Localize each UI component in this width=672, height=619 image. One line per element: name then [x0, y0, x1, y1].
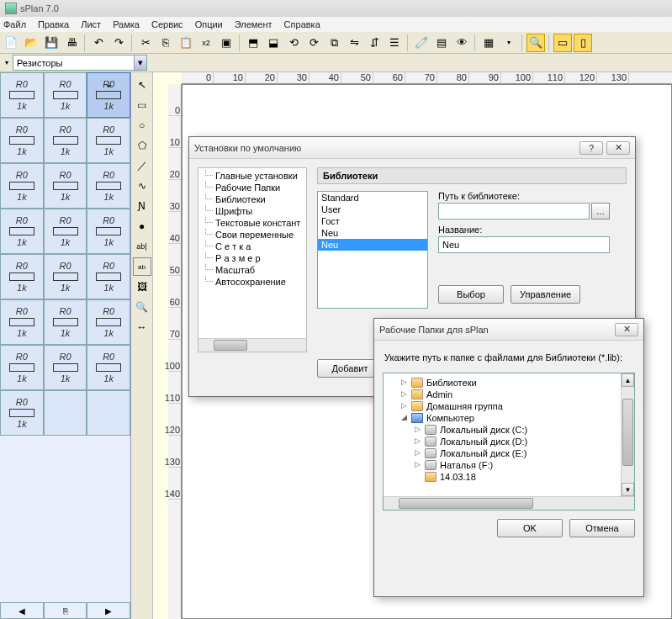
cut-icon[interactable]: ✂ [136, 34, 155, 52]
rotate-left-icon[interactable]: ⟲ [284, 34, 303, 52]
libraries-list[interactable]: StandardUserГостNeuNeu [317, 191, 428, 309]
palette-item[interactable]: R01k [44, 209, 87, 254]
ok-button[interactable]: OK [497, 519, 563, 537]
palette-item[interactable]: R01k [44, 299, 87, 345]
expand-icon[interactable]: ▷ [414, 438, 421, 446]
chevron-down-icon[interactable]: ▾ [134, 56, 146, 70]
save-icon[interactable]: 💾 [42, 34, 61, 52]
grid-icon[interactable]: ▦ [479, 34, 498, 52]
scroll-thumb[interactable] [622, 399, 633, 466]
list-item[interactable]: Neu [318, 227, 427, 239]
palette-item[interactable]: R01k [0, 254, 44, 299]
folder-tree-vscroll[interactable]: ▲ ▼ [621, 373, 634, 496]
line-icon[interactable]: ／ [133, 156, 151, 175]
undo-icon[interactable]: ↶ [89, 34, 108, 52]
menu-sheet[interactable]: Лист [81, 19, 101, 29]
folder-tree-item[interactable]: ▷Наталья (F:) [387, 459, 631, 471]
lib-buttons-icon[interactable]: ▾ [2, 54, 11, 72]
paste-icon[interactable]: 📋 [177, 34, 195, 52]
settings-tree-hscroll[interactable] [198, 338, 306, 352]
tree-item[interactable]: Свои переменные [202, 229, 306, 241]
menu-options[interactable]: Опции [195, 19, 223, 29]
palette-item[interactable]: R01k [87, 345, 130, 390]
textbox-icon[interactable]: ab [133, 257, 151, 276]
scroll-thumb[interactable] [399, 498, 533, 509]
tree-item[interactable]: Автосохранение [202, 276, 306, 288]
find-icon[interactable]: 👁 [452, 34, 471, 52]
curve-icon[interactable]: ∿ [133, 177, 151, 195]
image-icon[interactable]: 🖼 [133, 278, 151, 296]
tree-item[interactable]: Рабочие Папки [202, 182, 306, 193]
front-icon[interactable]: ⬒ [244, 34, 262, 52]
group-icon[interactable]: ▣ [217, 34, 235, 52]
palette-item[interactable]: R01k [87, 72, 130, 118]
redo-icon[interactable]: ↷ [109, 34, 128, 52]
circle-icon[interactable]: ○ [133, 116, 151, 135]
flip-v-icon[interactable]: ⇵ [365, 34, 384, 52]
flip-h-icon[interactable]: ⇋ [345, 34, 363, 52]
menu-edit[interactable]: Правка [38, 19, 69, 29]
expand-icon[interactable]: ▷ [414, 450, 421, 458]
expand-icon[interactable]: ▷ [414, 462, 421, 469]
clip-icon[interactable]: 🧷 [412, 34, 431, 52]
palette-item[interactable]: R01k [87, 163, 130, 209]
tree-item[interactable]: Масштаб [202, 264, 306, 276]
folder-dialog-title[interactable]: Рабочие Папки для sPlan ✕ [374, 319, 643, 341]
rect-icon[interactable]: ▭ [133, 96, 151, 114]
folder-tree-item[interactable]: ▷Локальный диск (E:) [387, 447, 631, 459]
folder-tree-item[interactable]: ▷Домашняя группа [387, 400, 631, 412]
poly-icon[interactable]: ⬠ [133, 136, 151, 155]
palette-item[interactable]: R01k [44, 118, 87, 163]
tree-item[interactable]: Главные установки [202, 170, 306, 182]
selector-prev[interactable]: ◀ [0, 602, 44, 619]
palette-item[interactable]: R01k [44, 254, 87, 299]
new-icon[interactable]: 📄 [2, 34, 20, 52]
dropdown-arrow-icon[interactable]: ▾ [500, 34, 518, 52]
close-icon[interactable]: ✕ [615, 323, 638, 336]
tree-item[interactable]: Текстовые констант [202, 217, 306, 229]
list-item[interactable]: Standard [318, 192, 427, 204]
help-icon[interactable]: ? [579, 141, 603, 155]
palette-item[interactable]: R01k [44, 72, 87, 118]
path-input[interactable] [438, 203, 590, 220]
cancel-button[interactable]: Отмена [569, 519, 635, 537]
scroll-thumb[interactable] [214, 340, 247, 351]
folder-tree-item[interactable]: ▷Admin [387, 389, 631, 400]
tree-item[interactable]: С е т к а [202, 241, 306, 252]
palette-item[interactable]: R01k [87, 254, 130, 299]
duplicate-icon[interactable]: ⧉ [325, 34, 343, 52]
scroll-up-icon[interactable]: ▲ [622, 373, 634, 387]
menu-frame[interactable]: Рамка [113, 19, 140, 29]
close-icon[interactable]: ✕ [606, 141, 630, 155]
expand-icon[interactable]: ▷ [400, 391, 408, 399]
palette-item[interactable]: R01k [44, 345, 87, 390]
zoom-icon[interactable]: 🔍 [526, 34, 545, 52]
folder-tree-hscroll[interactable] [384, 496, 634, 510]
palette-item[interactable]: R01k [87, 209, 130, 254]
print-icon[interactable]: 🖶 [62, 34, 81, 52]
menu-help[interactable]: Справка [284, 19, 320, 29]
palette-item[interactable] [87, 390, 130, 436]
palette-item[interactable]: R01k [44, 163, 87, 209]
menu-file[interactable]: Файл [3, 19, 26, 29]
list-item[interactable]: Гост [318, 215, 427, 227]
palette-item[interactable]: R01k [0, 345, 44, 390]
component-category-combo[interactable]: Резисторы ▾ [13, 55, 147, 71]
palette-item[interactable]: R01k [87, 118, 130, 163]
expand-icon[interactable]: ▷ [400, 403, 408, 410]
expand-icon[interactable] [414, 474, 421, 481]
zoom-tool-icon[interactable]: 🔍 [133, 298, 151, 316]
folder-tree-item[interactable]: ◢Компьютер [387, 412, 631, 424]
open-icon[interactable]: 📂 [22, 34, 40, 52]
settings-dialog-title[interactable]: Установки по умолчанию ? ✕ [189, 137, 635, 159]
palette-item[interactable]: R01k [0, 209, 44, 254]
text-icon[interactable]: ab| [133, 237, 151, 256]
palette-item[interactable]: R01k [0, 299, 44, 345]
folder-tree-item[interactable]: ▷Локальный диск (D:) [387, 436, 631, 447]
palette-item[interactable]: R01k [0, 72, 44, 118]
palette-item[interactable]: R01k [0, 390, 44, 436]
align-icon[interactable]: ☰ [385, 34, 404, 52]
x2-icon[interactable]: x2 [197, 34, 215, 52]
frame2-icon[interactable]: ▯ [574, 34, 592, 52]
palette-item[interactable]: R01k [0, 163, 44, 209]
